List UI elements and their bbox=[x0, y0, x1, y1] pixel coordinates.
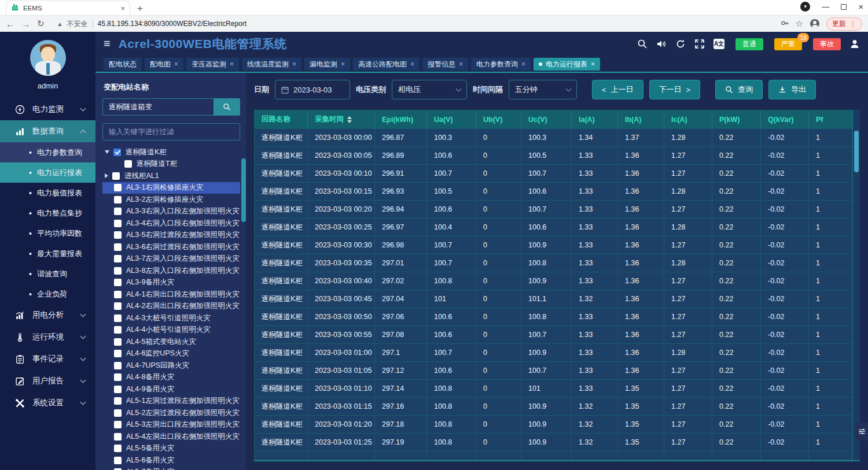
table-row[interactable]: 逐桐隧道K柜2023-03-03 01:05297.12100.60100.71… bbox=[255, 362, 852, 380]
table-row[interactable]: 逐桐隧道K柜2023-03-03 00:50297.06100.60100.81… bbox=[255, 308, 852, 326]
tree-item[interactable]: AL4-4小桩号引道照明火灾 bbox=[102, 324, 240, 336]
workspace-tab-4[interactable]: 线缆温度监测× bbox=[242, 58, 301, 71]
tree-item[interactable]: AL3-4右洞入口段右侧加强照明火灾 bbox=[102, 217, 240, 230]
table-scrollbar-thumb[interactable] bbox=[854, 131, 859, 172]
search-icon[interactable] bbox=[637, 39, 648, 49]
workspace-tab-6[interactable]: 高速公路配电图× bbox=[353, 58, 420, 71]
translate-icon[interactable]: A文 bbox=[713, 39, 724, 49]
voltage-type-select[interactable]: 相电压 bbox=[392, 80, 467, 99]
tree-checkbox[interactable] bbox=[114, 326, 122, 334]
column-header[interactable]: Ib(A) bbox=[618, 110, 664, 129]
browser-menu-dots-icon[interactable]: ⋮ bbox=[849, 20, 856, 28]
tab-close-icon[interactable]: × bbox=[591, 60, 595, 68]
sidebar-menu-settings[interactable]: 系统设置 bbox=[0, 392, 95, 414]
alarm-badge-accident[interactable]: 事故 bbox=[813, 38, 841, 50]
table-row[interactable]: 逐桐隧道K柜2023-03-03 00:40297.02100.80100.91… bbox=[255, 272, 852, 290]
table-row[interactable]: 逐桐隧道K柜2023-03-03 00:00296.87100.30100.31… bbox=[255, 129, 852, 147]
tree-item[interactable]: AL3-5右洞过渡段左侧加强照明火灾 bbox=[102, 230, 240, 242]
tree-item[interactable]: AL5-3左洞出口段左侧加强照明火灾 bbox=[102, 419, 240, 431]
sidebar-submenu-item[interactable]: •谐波查询 bbox=[0, 264, 95, 284]
column-header[interactable]: Ua(V) bbox=[427, 110, 476, 129]
sidebar-menu-environment[interactable]: 运行环境 bbox=[0, 326, 95, 348]
column-header[interactable]: Ic(A) bbox=[664, 110, 712, 129]
table-row[interactable]: 逐桐隧道K柜2023-03-03 00:25296.97100.40100.61… bbox=[255, 219, 852, 236]
workspace-tab-8[interactable]: 电力参数查询× bbox=[471, 58, 531, 71]
new-tab-button[interactable]: + bbox=[137, 2, 143, 15]
sidebar-submenu-item[interactable]: •平均功率因数 bbox=[0, 223, 95, 243]
tab-close-icon[interactable]: × bbox=[521, 60, 525, 68]
tree-checkbox[interactable] bbox=[114, 196, 122, 203]
window-close-button[interactable]: × bbox=[858, 2, 863, 12]
table-row[interactable]: 逐桐隧道K柜2023-03-03 01:15297.16100.80100.91… bbox=[255, 398, 852, 416]
tree-checkbox[interactable] bbox=[114, 291, 122, 298]
tree-checkbox[interactable] bbox=[114, 255, 122, 262]
tree-checkbox[interactable] bbox=[112, 172, 120, 180]
browser-tab-close-icon[interactable]: × bbox=[120, 4, 125, 13]
query-button[interactable]: 查询 bbox=[715, 80, 763, 99]
tree-item[interactable]: AL3-6右洞过渡段右侧加强照明火灾 bbox=[102, 241, 240, 253]
sort-icon[interactable] bbox=[347, 116, 352, 123]
tree-item[interactable]: AL3-7左洞入口段左侧加强照明火灾 bbox=[102, 253, 240, 265]
sidebar-menu-power-monitor[interactable]: 电力监测 bbox=[0, 98, 95, 120]
tree-checkbox[interactable] bbox=[114, 302, 122, 310]
browser-update-button[interactable]: 更新 ⋮ bbox=[826, 17, 862, 31]
tree-checkbox[interactable] bbox=[114, 457, 122, 464]
column-header[interactable]: Epi(kWh) bbox=[375, 110, 427, 129]
next-day-button[interactable]: 下一日 > bbox=[649, 80, 701, 99]
alarm-badge-normal[interactable]: 普通 bbox=[735, 38, 763, 50]
tree-item[interactable]: AL4-9备用火灾 bbox=[102, 383, 240, 395]
tree-checkbox[interactable] bbox=[114, 421, 122, 428]
tree-scrollbar[interactable] bbox=[241, 158, 246, 222]
user-icon[interactable] bbox=[849, 39, 860, 49]
tree-item[interactable]: AL3-2左洞检修插座火灾 bbox=[102, 194, 240, 206]
tree-expand-down-icon[interactable] bbox=[105, 150, 109, 154]
column-header[interactable]: Ia(A) bbox=[572, 110, 618, 129]
sidebar-menu-data-query[interactable]: 数据查询 bbox=[0, 120, 95, 142]
tree-checkbox[interactable] bbox=[114, 184, 122, 191]
table-row[interactable]: 逐桐隧道K柜2023-03-03 01:00297.1100.70100.91.… bbox=[255, 344, 852, 362]
tree-item[interactable]: 逐桐隧道K柜 bbox=[102, 146, 240, 158]
tree-item[interactable]: AL3-1右洞检修插座火灾 bbox=[102, 182, 240, 194]
table-row[interactable]: 逐桐隧道K柜2023-03-03 01:10297.14100.801011.3… bbox=[255, 380, 852, 398]
tree-checkbox[interactable] bbox=[114, 314, 122, 322]
tree-filter-input[interactable]: 输入关键字进行过滤 bbox=[102, 123, 240, 140]
export-button[interactable]: 导出 bbox=[768, 80, 816, 99]
tree-item[interactable]: AL4-5箱式变电站火灾 bbox=[102, 336, 240, 348]
tree-checkbox[interactable] bbox=[113, 149, 121, 156]
workspace-tab-9[interactable]: 电力运行报表× bbox=[534, 58, 600, 71]
tree-checkbox[interactable] bbox=[114, 445, 122, 452]
tree-checkbox[interactable] bbox=[114, 267, 122, 275]
tree-checkbox[interactable] bbox=[124, 160, 132, 168]
tree-checkbox[interactable] bbox=[114, 208, 122, 215]
table-row[interactable]: 逐桐隧道K柜2023-03-03 00:35297.01100.70100.81… bbox=[255, 254, 852, 272]
tree-checkbox[interactable] bbox=[114, 231, 122, 239]
column-header[interactable]: Q(kVar) bbox=[761, 110, 809, 129]
tree-checkbox[interactable] bbox=[114, 433, 122, 441]
tree-item[interactable]: AL5-6备用火灾 bbox=[102, 454, 240, 467]
reload-button[interactable]: ↻ bbox=[37, 18, 45, 29]
tree-item[interactable]: AL4-1右洞出口段左侧加强照明火灾 bbox=[102, 288, 240, 301]
browser-update-menu-icon[interactable]: ▼ bbox=[800, 2, 810, 12]
tree-checkbox[interactable] bbox=[114, 220, 122, 227]
tree-checkbox[interactable] bbox=[114, 243, 122, 251]
tree-item[interactable]: AL4-3大桩号引道照明火灾 bbox=[102, 312, 240, 324]
tab-close-icon[interactable]: × bbox=[174, 60, 178, 68]
tree-item[interactable]: AL5-4左洞出口段右侧加强照明火灾 bbox=[102, 431, 240, 443]
tree-item[interactable]: AL4-8备用火灾 bbox=[102, 372, 240, 384]
window-restore-button[interactable] bbox=[841, 4, 847, 10]
table-row[interactable]: 逐桐隧道K柜2023-03-03 01:25297.19100.80100.91… bbox=[255, 434, 852, 452]
column-header[interactable]: 回路名称 bbox=[255, 110, 308, 129]
tree-item[interactable]: AL5-7备用火灾 bbox=[102, 467, 240, 470]
sidebar-menu-events[interactable]: 事件记录 bbox=[0, 348, 95, 370]
tree-checkbox[interactable] bbox=[114, 386, 122, 393]
refresh-sync-icon[interactable] bbox=[675, 39, 686, 49]
station-search-input[interactable]: 逐桐隧道箱变 bbox=[102, 98, 214, 116]
tree-checkbox[interactable] bbox=[114, 338, 122, 346]
tab-close-icon[interactable]: × bbox=[230, 60, 234, 68]
sidebar-submenu-item[interactable]: •电力极值报表 bbox=[0, 183, 95, 203]
password-key-icon[interactable] bbox=[781, 19, 789, 29]
workspace-tab-5[interactable]: 漏电监测× bbox=[304, 58, 350, 71]
tree-item[interactable]: AL4-6监控UPS火灾 bbox=[102, 348, 240, 360]
tree-item[interactable]: 逐桐隧道T柜 bbox=[102, 158, 240, 171]
forward-button[interactable]: → bbox=[21, 19, 30, 29]
